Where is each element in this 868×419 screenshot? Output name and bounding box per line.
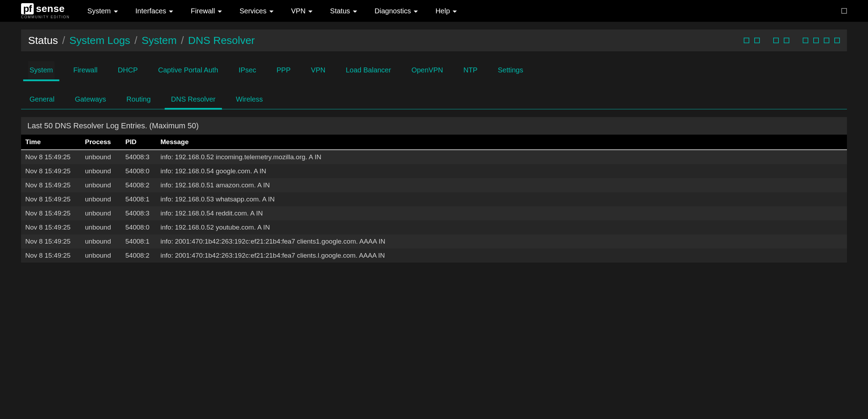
cell-time: Nov 8 15:49:25	[21, 249, 81, 263]
column-header-pid[interactable]: PID	[121, 135, 156, 150]
column-header-time[interactable]: Time	[21, 135, 81, 150]
cell-pid: 54008:3	[121, 150, 156, 164]
nav-item-label: Help	[435, 7, 450, 15]
nav-item-interfaces[interactable]: Interfaces	[136, 7, 173, 15]
cell-message: info: 192.168.0.54 reddit.com. A IN	[156, 206, 847, 220]
nav-item-status[interactable]: Status	[330, 7, 357, 15]
breadcrumb-segment[interactable]: DNS Resolver	[188, 34, 255, 46]
tab-ntp[interactable]: NTP	[462, 61, 479, 80]
brand-sense: sense	[36, 3, 65, 14]
column-header-process[interactable]: Process	[81, 135, 121, 150]
cell-message: info: 192.168.0.54 google.com. A IN	[156, 164, 847, 178]
tab-openvpn[interactable]: OpenVPN	[410, 61, 445, 80]
chevron-down-icon	[453, 11, 457, 13]
breadcrumb-separator: /	[181, 34, 184, 46]
breadcrumb-separator: /	[62, 34, 65, 46]
cell-pid: 54008:2	[121, 178, 156, 192]
cell-pid: 54008:3	[121, 206, 156, 220]
nav-item-label: VPN	[291, 7, 305, 15]
chevron-down-icon	[114, 11, 118, 13]
cell-message: info: 192.168.0.52 youtube.com. A IN	[156, 220, 847, 234]
cell-time: Nov 8 15:49:25	[21, 164, 81, 178]
breadcrumb: Status/System Logs/System/DNS Resolver	[21, 30, 847, 51]
cell-time: Nov 8 15:49:25	[21, 220, 81, 234]
nav-item-label: Diagnostics	[375, 7, 411, 15]
tab-load-balancer[interactable]: Load Balancer	[344, 61, 393, 80]
nav-item-label: Status	[330, 7, 350, 15]
nav-item-help[interactable]: Help	[435, 7, 457, 15]
table-row: Nov 8 15:49:25unbound54008:2info: 2001:4…	[21, 249, 847, 263]
tab-settings[interactable]: Settings	[497, 61, 525, 80]
placeholder-icon[interactable]	[841, 8, 847, 14]
table-header-row: Time Process PID Message	[21, 135, 847, 150]
cell-message: info: 192.168.0.53 whatsapp.com. A IN	[156, 192, 847, 206]
tab-ipsec[interactable]: IPsec	[237, 61, 257, 80]
chevron-down-icon	[414, 11, 418, 13]
top-navbar: pf sense COMMUNITY EDITION SystemInterfa…	[0, 0, 868, 22]
nav-item-vpn[interactable]: VPN	[291, 7, 313, 15]
tab-system[interactable]: System	[28, 61, 54, 80]
cell-process: unbound	[81, 178, 121, 192]
panel-title: Last 50 DNS Resolver Log Entries. (Maxim…	[21, 117, 847, 135]
toolbar-icon[interactable]	[824, 38, 829, 43]
log-table: Time Process PID Message Nov 8 15:49:25u…	[21, 135, 847, 263]
tab-dns-resolver[interactable]: DNS Resolver	[170, 90, 217, 109]
tab-vpn[interactable]: VPN	[310, 61, 327, 80]
breadcrumb-segment[interactable]: System	[142, 34, 177, 46]
cell-time: Nov 8 15:49:25	[21, 192, 81, 206]
cell-process: unbound	[81, 234, 121, 249]
table-row: Nov 8 15:49:25unbound54008:0info: 192.16…	[21, 220, 847, 234]
tab-gateways[interactable]: Gateways	[73, 90, 107, 109]
nav-item-services[interactable]: Services	[239, 7, 274, 15]
tab-wireless[interactable]: Wireless	[235, 90, 264, 109]
cell-message: info: 192.168.0.51 amazon.com. A IN	[156, 178, 847, 192]
tab-general[interactable]: General	[28, 90, 56, 109]
breadcrumb-segments: Status/System Logs/System/DNS Resolver	[28, 34, 255, 46]
cell-message: info: 2001:470:1b42:263:192c:ef21:21b4:f…	[156, 234, 847, 249]
topnav-items: SystemInterfacesFirewallServicesVPNStatu…	[87, 7, 841, 15]
tab-dhcp[interactable]: DHCP	[117, 61, 139, 80]
toolbar-icon[interactable]	[784, 38, 789, 43]
table-row: Nov 8 15:49:25unbound54008:1info: 2001:4…	[21, 234, 847, 249]
chevron-down-icon	[353, 11, 357, 13]
table-row: Nov 8 15:49:25unbound54008:0info: 192.16…	[21, 164, 847, 178]
cell-pid: 54008:2	[121, 249, 156, 263]
tab-captive-portal-auth[interactable]: Captive Portal Auth	[157, 61, 219, 80]
cell-time: Nov 8 15:49:25	[21, 234, 81, 249]
table-row: Nov 8 15:49:25unbound54008:3info: 192.16…	[21, 150, 847, 164]
tab-routing[interactable]: Routing	[125, 90, 152, 109]
toolbar-icon[interactable]	[754, 38, 760, 43]
primary-tabs: SystemFirewallDHCPCaptive Portal AuthIPs…	[21, 61, 847, 80]
tab-ppp[interactable]: PPP	[275, 61, 292, 80]
cell-time: Nov 8 15:49:25	[21, 206, 81, 220]
nav-item-system[interactable]: System	[87, 7, 118, 15]
cell-process: unbound	[81, 206, 121, 220]
chevron-down-icon	[269, 11, 274, 13]
log-panel: Last 50 DNS Resolver Log Entries. (Maxim…	[21, 117, 847, 263]
cell-process: unbound	[81, 220, 121, 234]
cell-process: unbound	[81, 192, 121, 206]
breadcrumb-separator: /	[134, 34, 137, 46]
cell-message: info: 192.168.0.52 incoming.telemetry.mo…	[156, 150, 847, 164]
toolbar-icon[interactable]	[803, 38, 808, 43]
cell-pid: 54008:0	[121, 164, 156, 178]
toolbar-icon[interactable]	[834, 38, 840, 43]
toolbar-icon[interactable]	[813, 38, 819, 43]
breadcrumb-segment[interactable]: System Logs	[69, 34, 130, 46]
brand-subtitle: COMMUNITY EDITION	[21, 15, 70, 19]
cell-process: unbound	[81, 249, 121, 263]
nav-item-firewall[interactable]: Firewall	[191, 7, 222, 15]
secondary-tabs-underline	[21, 109, 847, 109]
table-row: Nov 8 15:49:25unbound54008:1info: 192.16…	[21, 192, 847, 206]
toolbar-icon[interactable]	[773, 38, 779, 43]
breadcrumb-segment: Status	[28, 34, 58, 46]
tab-firewall[interactable]: Firewall	[72, 61, 99, 80]
column-header-message[interactable]: Message	[156, 135, 847, 150]
nav-item-diagnostics[interactable]: Diagnostics	[375, 7, 418, 15]
nav-item-label: Firewall	[191, 7, 215, 15]
chevron-down-icon	[218, 11, 222, 13]
brand-logo[interactable]: pf sense COMMUNITY EDITION	[21, 3, 70, 19]
cell-process: unbound	[81, 164, 121, 178]
toolbar-icon[interactable]	[744, 38, 749, 43]
cell-pid: 54008:0	[121, 220, 156, 234]
